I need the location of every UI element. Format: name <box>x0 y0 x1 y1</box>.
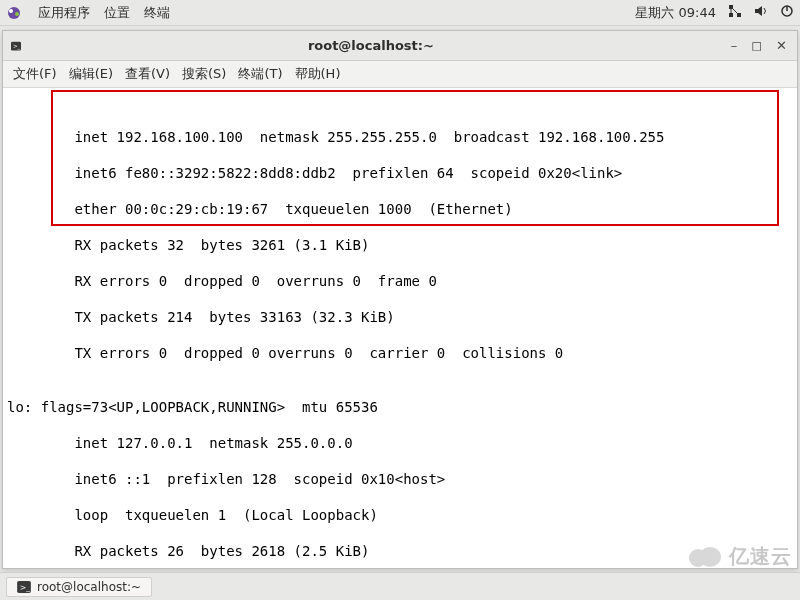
watermark-text: 亿速云 <box>729 543 792 570</box>
svg-point-2 <box>15 12 19 16</box>
terminal-window: >_ root@localhost:~ – ◻ ✕ 文件(F) 编辑(E) 查看… <box>2 30 798 569</box>
watermark: 亿速云 <box>689 543 792 570</box>
term-line: RX errors 0 dropped 0 overruns 0 frame 0 <box>7 272 793 290</box>
term-line: inet6 ::1 prefixlen 128 scopeid 0x10<hos… <box>7 470 793 488</box>
term-line: ether 00:0c:29:cb:19:67 txqueuelen 1000 … <box>7 200 793 218</box>
term-line: inet6 fe80::3292:5822:8dd8:ddb2 prefixle… <box>7 164 793 182</box>
menu-file[interactable]: 文件(F) <box>13 65 57 83</box>
term-line: inet 127.0.0.1 netmask 255.0.0.0 <box>7 434 793 452</box>
volume-icon[interactable] <box>754 4 768 21</box>
taskbar: >_ root@localhost:~ <box>0 572 800 600</box>
term-line: TX packets 214 bytes 33163 (32.3 KiB) <box>7 308 793 326</box>
titlebar[interactable]: >_ root@localhost:~ – ◻ ✕ <box>3 31 797 61</box>
top-panel: 应用程序 位置 终端 星期六 09:44 <box>0 0 800 26</box>
network-icon[interactable] <box>728 4 742 21</box>
window-title: root@localhost:~ <box>21 38 721 53</box>
terminal-icon: >_ <box>3 39 21 53</box>
term-line: RX packets 32 bytes 3261 (3.1 KiB) <box>7 236 793 254</box>
term-line: loop txqueuelen 1 (Local Loopback) <box>7 506 793 524</box>
panel-clock[interactable]: 星期六 09:44 <box>635 4 716 22</box>
panel-places[interactable]: 位置 <box>104 4 130 22</box>
menu-terminal[interactable]: 终端(T) <box>238 65 282 83</box>
menubar: 文件(F) 编辑(E) 查看(V) 搜索(S) 终端(T) 帮助(H) <box>3 61 797 88</box>
term-line: RX packets 26 bytes 2618 (2.5 KiB) <box>7 542 793 560</box>
term-line: TX errors 0 dropped 0 overruns 0 carrier… <box>7 344 793 362</box>
terminal-icon: >_ <box>17 581 31 593</box>
distro-icon[interactable] <box>6 5 22 21</box>
terminal-output[interactable]: inet 192.168.100.100 netmask 255.255.255… <box>3 88 797 568</box>
panel-apps[interactable]: 应用程序 <box>38 4 90 22</box>
cloud-icon <box>689 547 725 567</box>
power-icon[interactable] <box>780 4 794 21</box>
menu-help[interactable]: 帮助(H) <box>295 65 341 83</box>
svg-point-1 <box>9 9 13 13</box>
term-line: inet 192.168.100.100 netmask 255.255.255… <box>7 128 793 146</box>
svg-text:>_: >_ <box>13 42 21 49</box>
menu-search[interactable]: 搜索(S) <box>182 65 226 83</box>
term-line: lo: flags=73<UP,LOOPBACK,RUNNING> mtu 65… <box>7 398 793 416</box>
panel-terminal[interactable]: 终端 <box>144 4 170 22</box>
task-item-label: root@localhost:~ <box>37 580 141 594</box>
maximize-button[interactable]: ◻ <box>751 38 762 53</box>
task-item-terminal[interactable]: >_ root@localhost:~ <box>6 577 152 597</box>
menu-edit[interactable]: 编辑(E) <box>69 65 113 83</box>
svg-text:>_: >_ <box>20 582 30 591</box>
menu-view[interactable]: 查看(V) <box>125 65 170 83</box>
close-button[interactable]: ✕ <box>776 38 787 53</box>
minimize-button[interactable]: – <box>731 38 738 53</box>
